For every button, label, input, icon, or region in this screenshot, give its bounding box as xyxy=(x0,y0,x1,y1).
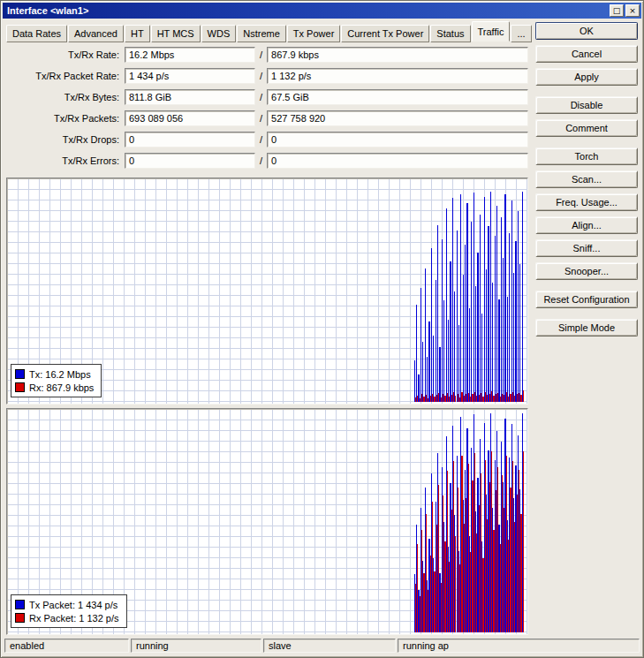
rx-value-field[interactable]: 0 xyxy=(267,153,528,169)
sniff-button[interactable]: Sniff... xyxy=(535,239,638,257)
tx-bar xyxy=(450,261,451,402)
tx-bar xyxy=(422,342,423,402)
tab-ht-mcs[interactable]: HT MCS xyxy=(151,25,201,42)
slash-separator: / xyxy=(260,92,262,102)
rx-value-field[interactable]: 0 xyxy=(267,132,528,147)
tx-value-field[interactable]: 0 xyxy=(125,153,255,169)
tab-data-rates[interactable]: Data Rates xyxy=(6,25,67,42)
tx-bar xyxy=(481,314,482,402)
tx-bar xyxy=(507,297,508,402)
tx-bar xyxy=(496,206,497,402)
field-row: Tx/Rx Packets:693 089 056/527 758 920 xyxy=(6,110,528,126)
tx-value-field[interactable]: 693 089 056 xyxy=(125,110,255,126)
statusbar: enabledrunningslaverunning ap xyxy=(3,637,641,655)
cancel-button[interactable]: Cancel xyxy=(535,45,638,63)
tx-bar xyxy=(442,239,443,402)
snooper-button[interactable]: Snooper... xyxy=(535,262,638,280)
tx-bar xyxy=(416,305,417,402)
disable-button[interactable]: Disable xyxy=(535,96,638,114)
legend-swatch xyxy=(15,613,25,623)
field-label: Tx/Rx Rate: xyxy=(6,49,119,60)
slash-separator: / xyxy=(260,134,262,145)
close-icon[interactable]: × xyxy=(625,4,640,17)
field-row: Tx/Rx Errors:0/0 xyxy=(6,153,528,169)
slash-separator: / xyxy=(260,113,262,124)
tx-bar xyxy=(439,347,440,402)
tx-bar xyxy=(414,360,415,402)
tx-bar xyxy=(475,286,476,402)
chart-legend: Tx Packet: 1 434 p/sRx Packet: 1 132 p/s xyxy=(11,594,127,628)
window-content: Data RatesAdvancedHTHT MCSWDSNstremeTx P… xyxy=(3,19,641,637)
tx-bar xyxy=(457,231,458,402)
tx-bar xyxy=(480,215,481,402)
tx-bar xyxy=(443,300,444,402)
tab-nstreme[interactable]: Nstreme xyxy=(237,25,286,42)
rx-value-field[interactable]: 867.9 kbps xyxy=(267,47,528,63)
tab-current-tx-power[interactable]: Current Tx Power xyxy=(341,25,429,42)
ok-button[interactable]: OK xyxy=(535,22,638,40)
tx-bar xyxy=(518,211,519,402)
tab-ht[interactable]: HT xyxy=(125,25,150,42)
field-row: Tx/Rx Packet Rate:1 434 p/s/1 132 p/s xyxy=(6,68,528,84)
tab-traffic[interactable]: Traffic xyxy=(472,21,511,42)
legend-swatch xyxy=(15,369,25,379)
tx-value-field[interactable]: 811.8 GiB xyxy=(125,89,255,105)
tx-bar xyxy=(437,225,438,402)
tx-bar xyxy=(519,264,520,402)
rx-packet-bar xyxy=(523,451,524,632)
legend-row: Rx Packet: 1 132 p/s xyxy=(15,611,119,624)
status-running-ap: running ap xyxy=(398,639,640,653)
tx-bar xyxy=(504,194,505,402)
maximize-icon[interactable]: □ xyxy=(610,4,624,17)
tx-bar xyxy=(448,320,449,402)
rx-value-field[interactable]: 1 132 p/s xyxy=(267,68,528,84)
main-panel: Data RatesAdvancedHTHT MCSWDSNstremeTx P… xyxy=(6,22,528,635)
tab-advanced[interactable]: Advanced xyxy=(68,25,124,42)
tx-bar xyxy=(465,245,466,402)
chart-bars xyxy=(414,412,524,632)
tx-value-field[interactable]: 16.2 Mbps xyxy=(125,47,255,63)
rx-bar xyxy=(523,390,524,402)
action-button-column: OKCancelApplyDisableCommentTorchScan...F… xyxy=(535,22,638,635)
field-label: Tx/Rx Packets: xyxy=(6,113,119,124)
tx-bar xyxy=(477,253,478,402)
field-label: Tx/Rx Packet Rate: xyxy=(6,71,119,81)
scan-button[interactable]: Scan... xyxy=(535,170,638,188)
torch-button[interactable]: Torch xyxy=(535,147,638,165)
rx-value-field[interactable]: 527 758 920 xyxy=(267,110,528,126)
tx-bar xyxy=(501,217,502,402)
tab-wds[interactable]: WDS xyxy=(201,25,237,42)
tx-value-field[interactable]: 0 xyxy=(125,132,255,147)
traffic-rate-chart: Tx: 16.2 MbpsRx: 867.9 kbps xyxy=(6,178,528,405)
tx-bar xyxy=(436,280,436,402)
tx-bar xyxy=(427,357,428,402)
reset-configuration-button[interactable]: Reset Configuration xyxy=(535,291,638,308)
rx-value-field[interactable]: 67.5 GiB xyxy=(267,89,528,105)
window-title: Interface <wlan1> xyxy=(7,5,608,16)
field-label: Tx/Rx Drops: xyxy=(6,134,119,145)
tx-value-field[interactable]: 1 434 p/s xyxy=(125,68,255,84)
tx-bar xyxy=(498,299,499,402)
titlebar[interactable]: Interface <wlan1> □ × xyxy=(3,3,641,19)
simple-mode-button[interactable]: Simple Mode xyxy=(535,319,638,337)
tab-more[interactable]: ... xyxy=(511,25,531,42)
tx-bar xyxy=(492,283,493,402)
tx-bar xyxy=(469,308,470,402)
tab-bar: Data RatesAdvancedHTHT MCSWDSNstremeTx P… xyxy=(6,22,528,42)
legend-label: Tx: 16.2 Mbps xyxy=(29,369,91,380)
tx-bar xyxy=(513,273,514,402)
comment-button[interactable]: Comment xyxy=(535,119,638,137)
legend-swatch xyxy=(15,382,25,392)
freq-usage-button[interactable]: Freq. Usage... xyxy=(535,193,638,211)
tx-bar xyxy=(509,233,510,402)
legend-row: Rx: 867.9 kbps xyxy=(15,381,94,394)
tab-tx-power[interactable]: Tx Power xyxy=(287,25,340,42)
apply-button[interactable]: Apply xyxy=(535,68,638,86)
tx-bar xyxy=(495,236,496,402)
field-row: Tx/Rx Drops:0/0 xyxy=(6,132,528,147)
tx-bar xyxy=(428,321,429,402)
slash-separator: / xyxy=(260,71,262,81)
slash-separator: / xyxy=(260,155,262,166)
tab-status[interactable]: Status xyxy=(430,25,470,42)
align-button[interactable]: Align... xyxy=(535,216,638,234)
